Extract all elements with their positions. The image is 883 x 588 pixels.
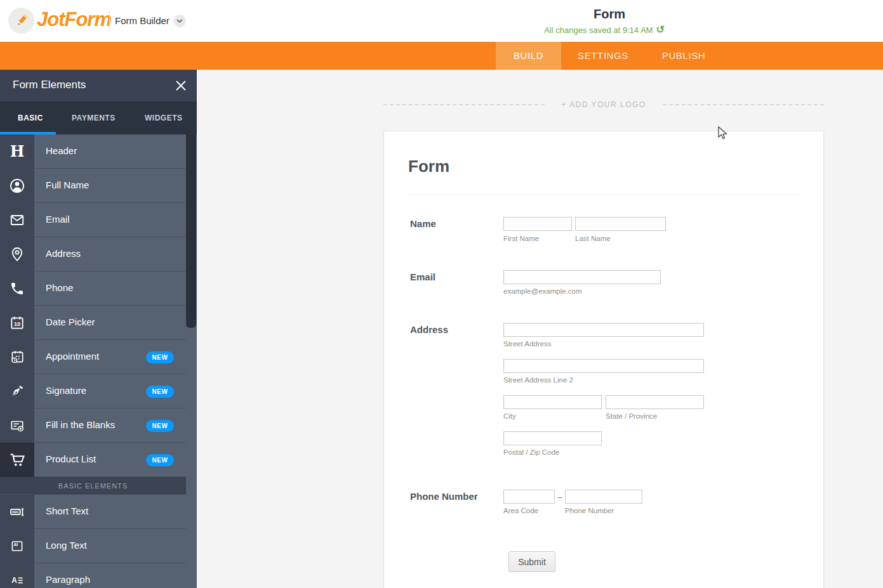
element-phone[interactable]: Phone (0, 271, 186, 306)
brand-wordmark[interactable]: JotForm (37, 8, 111, 31)
element-header[interactable]: H Header (0, 134, 186, 169)
close-icon (175, 79, 187, 92)
svg-text:ABC: ABC (12, 510, 20, 514)
form-elements-title: Form Elements (13, 79, 86, 91)
tab-basic[interactable]: BASIC (18, 101, 43, 134)
element-address[interactable]: Address (0, 237, 186, 271)
submit-button[interactable]: Submit (508, 551, 555, 572)
street-address-input[interactable] (503, 323, 704, 337)
element-fill-in-the-blanks[interactable]: Fill in the Blanks NEW (0, 408, 186, 443)
area-code-input[interactable] (503, 490, 555, 504)
form-heading[interactable]: Form (408, 157, 449, 176)
first-name-input[interactable] (503, 217, 572, 231)
pen-nib-icon (0, 374, 34, 408)
email-sublabel: example@example.com (503, 287, 582, 295)
form-elements-panel: Form Elements BASIC PAYMENTS WIDGETS H H… (0, 70, 197, 588)
long-text-icon: A (0, 529, 34, 563)
topbar: JotForm Form Builder Form All changes sa… (0, 0, 883, 42)
element-signature[interactable]: Signature NEW (0, 374, 186, 408)
tab-widgets[interactable]: WIDGETS (145, 101, 183, 134)
element-category-tabs: BASIC PAYMENTS WIDGETS (0, 101, 197, 134)
new-badge: NEW (146, 420, 174, 432)
pencil-icon (13, 13, 30, 29)
address-question-label[interactable]: Address (410, 324, 448, 335)
street-address-sublabel: Street Address (503, 340, 551, 348)
fill-blanks-icon (0, 408, 34, 443)
element-list: H Header Full Name Email Address (0, 134, 186, 588)
product-switcher-button[interactable] (173, 15, 186, 27)
phone-question-label[interactable]: Phone Number (410, 491, 478, 502)
save-status: All changes saved at 9:14 AM ↺ (544, 25, 665, 35)
dashed-line-right (663, 104, 824, 105)
tab-settings[interactable]: SETTINGS (561, 42, 645, 70)
close-panel-button[interactable] (175, 79, 187, 92)
jotform-form-builder: JotForm Form Builder Form All changes sa… (0, 0, 883, 588)
element-appointment[interactable]: Appointment NEW (0, 340, 186, 374)
builder-navbar: BUILD SETTINGS PUBLISH (0, 42, 883, 70)
email-question-label[interactable]: Email (410, 271, 435, 282)
product-switcher-label[interactable]: Form Builder (115, 15, 169, 26)
chevron-down-icon (176, 19, 183, 23)
section-divider: BASIC ELEMENTS (0, 477, 186, 495)
envelope-icon (0, 203, 34, 237)
topbar-divider (109, 11, 110, 31)
tab-publish[interactable]: PUBLISH (645, 42, 722, 70)
element-date-picker[interactable]: 10 Date Picker (0, 306, 186, 340)
form-card: Form Name First Name Last Name Email exa… (383, 131, 824, 588)
location-pin-icon (0, 237, 34, 271)
appointment-calendar-icon (0, 340, 34, 374)
calendar-icon: 10 (0, 306, 34, 340)
heading-divider (408, 194, 800, 195)
new-badge: NEW (146, 351, 174, 363)
first-name-sublabel: First Name (503, 235, 539, 242)
short-text-icon: ABC (0, 495, 34, 529)
form-name-title[interactable]: Form (594, 7, 625, 22)
svg-text:10: 10 (14, 321, 20, 327)
phone-separator: – (557, 492, 562, 502)
city-sublabel: City (503, 412, 516, 420)
last-name-input[interactable] (575, 217, 666, 231)
save-status-text: All changes saved at 9:14 AM (544, 25, 653, 35)
element-full-name[interactable]: Full Name (0, 169, 186, 203)
header-icon: H (0, 134, 34, 169)
svg-text:A: A (14, 542, 17, 547)
form-canvas: + ADD YOUR LOGO Form Name First Name Las… (197, 70, 883, 588)
tab-build[interactable]: BUILD (496, 42, 561, 70)
jotform-logo[interactable] (8, 8, 34, 34)
user-icon (0, 169, 34, 203)
city-input[interactable] (503, 395, 602, 409)
phone-number-sublabel: Phone Number (565, 507, 614, 514)
street-address-line2-sublabel: Street Address Line 2 (503, 376, 573, 384)
state-input[interactable] (606, 395, 704, 409)
new-badge: NEW (146, 454, 174, 466)
revision-undo-icon[interactable]: ↺ (656, 25, 664, 35)
element-short-text[interactable]: ABC Short Text (0, 495, 186, 529)
builder-nav-tabs: BUILD SETTINGS PUBLISH (496, 42, 722, 70)
element-email[interactable]: Email (0, 203, 186, 237)
tab-payments[interactable]: PAYMENTS (72, 101, 116, 134)
postal-code-sublabel: Postal / Zip Code (503, 448, 559, 456)
element-long-text[interactable]: A Long Text (0, 529, 186, 563)
add-logo-row: + ADD YOUR LOGO (383, 100, 824, 109)
element-paragraph[interactable]: A Paragraph (0, 563, 186, 588)
svg-text:A: A (11, 576, 17, 585)
email-input[interactable] (503, 270, 661, 284)
add-your-logo-button[interactable]: + ADD YOUR LOGO (561, 100, 646, 109)
dashed-line-left (383, 104, 545, 105)
phone-number-input[interactable] (565, 490, 642, 504)
street-address-line2-input[interactable] (503, 359, 704, 373)
form-elements-header: Form Elements (0, 70, 197, 101)
element-product-list[interactable]: Product List NEW (0, 443, 186, 477)
last-name-sublabel: Last Name (575, 235, 611, 242)
new-badge: NEW (146, 386, 174, 398)
paragraph-icon: A (0, 563, 34, 588)
area-code-sublabel: Area Code (503, 507, 538, 514)
postal-code-input[interactable] (503, 431, 602, 445)
name-question-label[interactable]: Name (410, 218, 436, 229)
state-sublabel: State / Province (606, 412, 657, 420)
phone-icon (0, 271, 34, 306)
shopping-cart-icon (0, 443, 34, 477)
sidebar-scrollbar-thumb[interactable] (186, 134, 196, 328)
